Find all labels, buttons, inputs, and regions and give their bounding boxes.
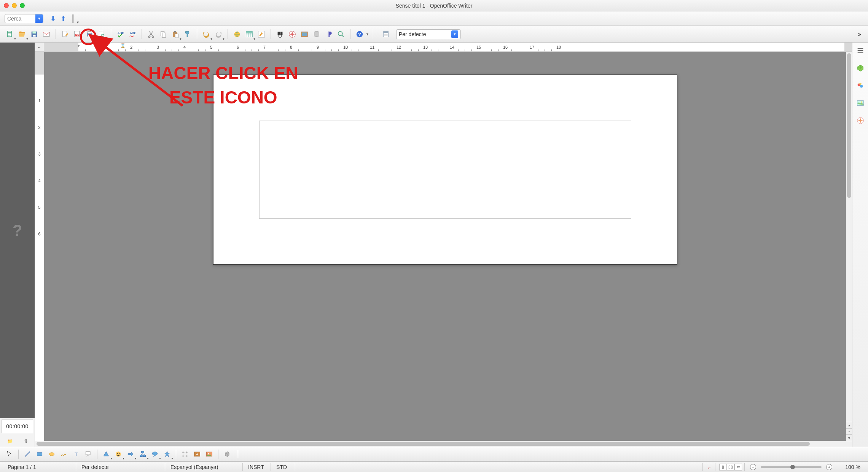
minimize-window-button[interactable]	[12, 3, 17, 8]
svg-text:ABC: ABC	[118, 32, 124, 35]
redo-button[interactable]: ▼	[213, 29, 224, 40]
datasources-button[interactable]	[311, 29, 322, 40]
svg-rect-3	[33, 35, 35, 37]
search-combo[interactable]: ▼	[5, 14, 43, 23]
svg-text:?: ?	[358, 31, 361, 37]
gallery-button[interactable]	[299, 29, 310, 40]
svg-rect-2	[32, 31, 36, 33]
open-button[interactable]: ▼	[17, 29, 27, 40]
svg-rect-22	[175, 34, 178, 38]
copy-button[interactable]	[158, 29, 169, 40]
spellcheck-button[interactable]: ABC	[115, 29, 126, 40]
svg-text:ABC: ABC	[130, 32, 137, 35]
svg-rect-11	[88, 35, 91, 37]
standard-toolbar: ▼ ▼ PDF ABC ABC ▼ ▼ ▼ ▼ ? ▼ Per defecte …	[0, 26, 868, 43]
undo-button[interactable]: ▼	[201, 29, 212, 40]
format-paintbrush-button[interactable]	[182, 29, 193, 40]
svg-rect-19	[162, 33, 166, 37]
svg-rect-5	[63, 31, 67, 37]
print-button[interactable]	[84, 29, 95, 40]
svg-rect-32	[302, 32, 307, 36]
save-button[interactable]	[29, 29, 40, 40]
zoom-button[interactable]	[336, 29, 346, 40]
toolbar-grip[interactable]	[72, 14, 75, 23]
find-next-icon[interactable]: ⬇	[50, 14, 56, 23]
svg-point-29	[279, 34, 281, 37]
toolbar-dropdown-icon[interactable]: ▼	[76, 21, 80, 24]
paste-button[interactable]: ▼	[170, 29, 181, 40]
email-button[interactable]	[41, 29, 52, 40]
svg-rect-38	[384, 31, 389, 33]
edit-doc-button[interactable]	[60, 29, 70, 40]
nonprinting-chars-button[interactable]	[323, 29, 334, 40]
export-pdf-button[interactable]: PDF	[72, 29, 83, 40]
find-nav: ⬇ ⬆	[50, 14, 66, 23]
navigator-button[interactable]	[287, 29, 298, 40]
find-replace-button[interactable]	[275, 29, 285, 40]
toolbar-overflow-icon[interactable]: »	[855, 31, 863, 38]
svg-point-16	[148, 36, 150, 38]
new-doc-button[interactable]: ▼	[5, 29, 15, 40]
style-dropdown-icon[interactable]: ▼	[451, 30, 458, 38]
close-window-button[interactable]	[4, 3, 9, 8]
hyperlink-button[interactable]	[232, 29, 242, 40]
styles-window-button[interactable]	[381, 29, 392, 40]
window-title: Sense títol 1 - OpenOffice Writer	[0, 3, 868, 9]
maximize-window-button[interactable]	[20, 3, 25, 8]
show-draw-button[interactable]	[256, 29, 267, 40]
svg-rect-21	[174, 31, 176, 32]
paragraph-style-value: Per defecte	[399, 31, 451, 37]
find-prev-icon[interactable]: ⬆	[61, 14, 66, 23]
svg-point-34	[338, 31, 342, 35]
auto-spellcheck-button[interactable]: ABC	[127, 29, 138, 40]
titlebar: Sense títol 1 - OpenOffice Writer	[0, 0, 868, 11]
svg-text:PDF: PDF	[75, 34, 79, 36]
window-controls	[4, 3, 25, 8]
search-dropdown-icon[interactable]: ▼	[35, 14, 43, 23]
print-preview-button[interactable]	[96, 29, 107, 40]
svg-point-17	[152, 36, 154, 38]
find-toolbar: ▼ ⬇ ⬆ ▼	[0, 11, 868, 26]
paragraph-style-combo[interactable]: Per defecte ▼	[396, 29, 461, 39]
table-button[interactable]: ▼	[244, 29, 255, 40]
search-input[interactable]	[5, 16, 35, 22]
help-dropdown-icon[interactable]: ▼	[366, 32, 369, 36]
help-button[interactable]: ?	[354, 29, 365, 40]
cut-button[interactable]	[146, 29, 156, 40]
svg-rect-25	[246, 31, 253, 33]
svg-rect-10	[88, 31, 91, 33]
